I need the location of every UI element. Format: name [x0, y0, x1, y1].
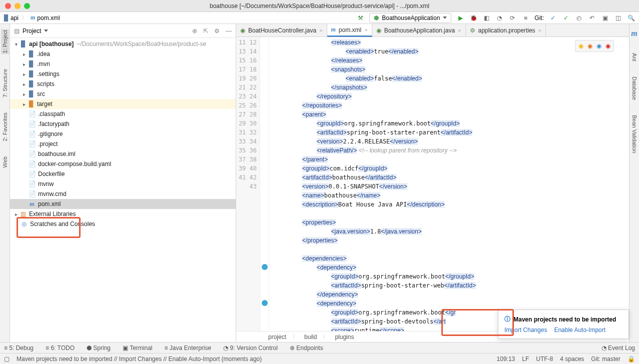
minimize-window[interactable]	[15, 3, 21, 9]
editor-tab[interactable]: ⚙application.properties×	[466, 24, 546, 36]
firefox-icon[interactable]: ◉	[587, 42, 592, 50]
tab-terminal[interactable]: ▣ Terminal	[123, 344, 152, 352]
tab-debug[interactable]: ≡ 5: Debug	[4, 344, 34, 352]
chevron-right-icon[interactable]: ▸	[21, 62, 27, 67]
locate-icon[interactable]: ⊕	[192, 28, 197, 34]
tree-root[interactable]: ▾ ▉ api [boathouse] ~/Documents/WorkSpac…	[10, 39, 236, 49]
attach-icon[interactable]: ⟳	[508, 14, 516, 22]
status-git[interactable]: Git: master	[591, 356, 620, 362]
import-changes-link[interactable]: Import Changes	[504, 326, 547, 334]
tree-ext-libs[interactable]: ▸ ▥ External Libraries	[10, 209, 236, 219]
spring-bean-marker[interactable]	[262, 264, 268, 270]
expand-icon[interactable]: ◫	[614, 14, 622, 22]
safari-icon[interactable]: ◉	[596, 42, 601, 50]
tab-javaee[interactable]: ≡ Java Enterprise	[164, 344, 211, 352]
file-icon: 📄	[28, 180, 36, 188]
status-enc[interactable]: UTF-8	[536, 356, 553, 362]
close-icon[interactable]: ×	[538, 28, 541, 34]
editor-tab[interactable]: ◉BoathouseApplication.java×	[372, 24, 466, 36]
code-editor[interactable]: <releases> <enabled>true</enabled> </rel…	[269, 37, 629, 331]
bc-build[interactable]: build	[304, 334, 317, 340]
coverage-icon[interactable]: ◧	[482, 14, 490, 22]
tree-item[interactable]: ▸▉.idea	[10, 49, 236, 59]
tree-item[interactable]: 📄.project	[10, 139, 236, 149]
props-icon: ⚙	[470, 27, 475, 34]
chevron-right-icon[interactable]: ▸	[13, 212, 19, 217]
tab-project[interactable]: 1: Project	[1, 29, 9, 54]
close-window[interactable]	[5, 3, 11, 9]
tree-item[interactable]: ▸▉target	[10, 99, 236, 109]
tab-todo[interactable]: ≡ 6: TODO	[46, 344, 75, 352]
status-icon[interactable]: ▢	[4, 356, 10, 362]
profile-icon[interactable]: ◔	[495, 14, 503, 22]
chevron-right-icon[interactable]: ▸	[21, 52, 27, 57]
tab-maven[interactable]: m	[631, 29, 637, 38]
editor-tab[interactable]: mpom.xml×	[327, 24, 372, 37]
chevron-down-icon[interactable]: ▾	[13, 42, 19, 47]
bc-plugins[interactable]: plugins	[335, 334, 354, 340]
vcs-update-icon[interactable]: ✓	[549, 14, 557, 22]
tree-item[interactable]: mpom.xml	[10, 199, 236, 209]
tree-item[interactable]: 📄boathouse.iml	[10, 149, 236, 159]
gear-icon[interactable]: ⚙	[214, 28, 220, 34]
tab-database[interactable]: Database	[631, 76, 637, 100]
tree-item[interactable]: 📄docker-compose.build.yaml	[10, 159, 236, 169]
chevron-right-icon[interactable]: ▸	[21, 92, 27, 97]
status-le[interactable]: LF	[522, 356, 529, 362]
tab-bean[interactable]: Bean Validation	[631, 115, 637, 153]
chrome-icon[interactable]: ◉	[578, 42, 583, 50]
editor-tab[interactable]: ◉BoatHouseController.java×	[236, 24, 327, 36]
chevron-down-icon[interactable]	[44, 30, 48, 32]
chevron-right-icon: 〉	[22, 14, 28, 22]
spring-bean-marker[interactable]	[262, 300, 268, 306]
run-icon[interactable]: ▶	[456, 14, 464, 22]
tree-item[interactable]: ▸▉scripts	[10, 79, 236, 89]
tree-scratches[interactable]: ◎ Scratches and Consoles	[10, 219, 236, 229]
tab-vcs[interactable]: ◔ 9: Version Control	[223, 344, 278, 352]
tree-item[interactable]: 📄.factorypath	[10, 119, 236, 129]
breadcrumb-pom[interactable]: pom.xml	[37, 14, 60, 22]
tree-item[interactable]: 📄mvnw	[10, 179, 236, 189]
chevron-right-icon[interactable]: ▸	[21, 82, 27, 87]
tree-item[interactable]: 📄Dockerfile	[10, 169, 236, 179]
tab-web[interactable]: Web	[2, 156, 8, 168]
status-indent[interactable]: 4 spaces	[560, 356, 584, 362]
tab-ant[interactable]: Ant	[631, 53, 637, 62]
stop-icon[interactable]: ■	[521, 14, 529, 22]
tree-item[interactable]: 📄.gitignore	[10, 129, 236, 139]
vcs-commit-icon[interactable]: ✓	[562, 14, 570, 22]
tool-windows-bar: ≡ 5: Debug ≡ 6: TODO ⬢ Spring ▣ Terminal…	[0, 342, 639, 353]
tab-eventlog[interactable]: ◔ Event Log	[601, 344, 635, 352]
ide-icon[interactable]: ▣	[601, 14, 609, 22]
enable-auto-import-link[interactable]: Enable Auto-Import	[554, 326, 605, 334]
hammer-icon[interactable]: ⚒	[356, 14, 364, 22]
close-icon[interactable]: ×	[319, 28, 322, 34]
close-icon[interactable]: ×	[458, 28, 461, 34]
tab-structure[interactable]: 7: Structure	[2, 69, 8, 98]
revert-icon[interactable]: ↶	[588, 14, 596, 22]
collapse-icon[interactable]: ⇱	[203, 28, 208, 34]
tab-favorites[interactable]: 2: Favorites	[2, 112, 8, 141]
tree-item[interactable]: 📄.classpath	[10, 109, 236, 119]
breadcrumb-api[interactable]: api	[11, 14, 19, 22]
tree-item[interactable]: ▸▉.settings	[10, 69, 236, 79]
maximize-window[interactable]	[24, 3, 30, 9]
history-icon[interactable]: ◴	[575, 14, 583, 22]
tab-spring[interactable]: ⬢ Spring	[87, 344, 111, 352]
chevron-right-icon[interactable]: ▸	[21, 72, 27, 77]
debug-icon[interactable]: 🐞	[469, 14, 477, 22]
project-label[interactable]: Project	[23, 28, 41, 34]
search-icon[interactable]: 🔍	[627, 14, 635, 22]
hide-icon[interactable]: —	[226, 28, 232, 34]
file-icon: 📄	[28, 160, 36, 168]
tree-item[interactable]: ▸▉src	[10, 89, 236, 99]
chevron-right-icon[interactable]: ▸	[21, 102, 27, 107]
lock-icon[interactable]: 🔒	[627, 356, 635, 362]
close-icon[interactable]: ×	[364, 27, 367, 33]
tab-endpoints[interactable]: ⊕ Endpoints	[290, 344, 323, 352]
bc-project[interactable]: project	[268, 334, 286, 340]
tree-item[interactable]: ▸▉.mvn	[10, 59, 236, 69]
opera-icon[interactable]: ◉	[605, 42, 610, 50]
run-config-dropdown[interactable]: ⬢ BoathouseApplication	[369, 13, 451, 23]
tree-item[interactable]: 📄mvnw.cmd	[10, 189, 236, 199]
